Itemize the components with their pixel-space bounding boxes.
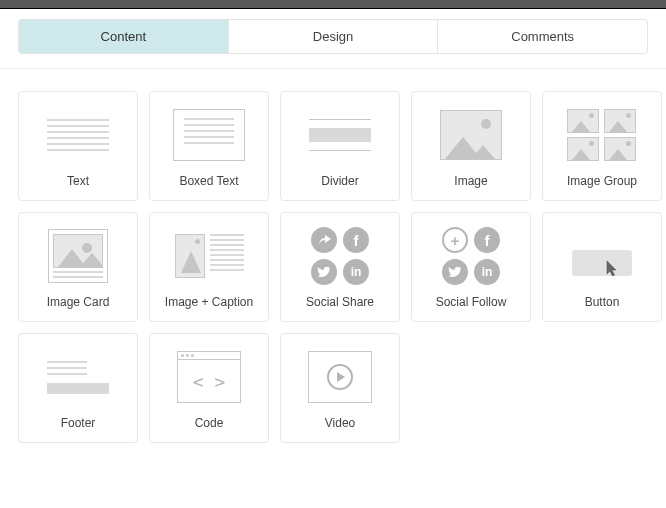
tab-content[interactable]: Content bbox=[18, 19, 229, 54]
twitter-icon bbox=[311, 259, 337, 285]
block-label: Video bbox=[325, 416, 355, 430]
block-image-card[interactable]: Image Card bbox=[18, 212, 138, 322]
block-label: Button bbox=[585, 295, 620, 309]
block-code[interactable]: < > Code bbox=[149, 333, 269, 443]
block-social-follow[interactable]: + f in Social Follow bbox=[411, 212, 531, 322]
share-arrow-icon bbox=[311, 227, 337, 253]
block-label: Image + Caption bbox=[165, 295, 253, 309]
facebook-icon: f bbox=[474, 227, 500, 253]
video-icon bbox=[300, 346, 380, 408]
block-text[interactable]: Text bbox=[18, 91, 138, 201]
text-icon bbox=[38, 104, 118, 166]
block-image-caption[interactable]: Image + Caption bbox=[149, 212, 269, 322]
block-footer[interactable]: Footer bbox=[18, 333, 138, 443]
cursor-icon bbox=[606, 260, 620, 278]
block-label: Image Card bbox=[47, 295, 110, 309]
window-topbar bbox=[0, 0, 666, 9]
block-label: Footer bbox=[61, 416, 96, 430]
block-label: Social Share bbox=[306, 295, 374, 309]
image-icon bbox=[431, 104, 511, 166]
play-icon bbox=[327, 364, 353, 390]
block-label: Code bbox=[195, 416, 224, 430]
block-label: Image Group bbox=[567, 174, 637, 188]
content-block-grid: Text Boxed Text Divider Image bbox=[0, 69, 666, 461]
block-image[interactable]: Image bbox=[411, 91, 531, 201]
facebook-icon: f bbox=[343, 227, 369, 253]
block-image-group[interactable]: Image Group bbox=[542, 91, 662, 201]
divider-icon bbox=[300, 104, 380, 166]
image-group-icon bbox=[562, 104, 642, 166]
button-icon bbox=[562, 225, 642, 287]
plus-icon: + bbox=[442, 227, 468, 253]
block-label: Divider bbox=[321, 174, 358, 188]
block-label: Boxed Text bbox=[179, 174, 238, 188]
tab-row: Content Design Comments bbox=[0, 9, 666, 54]
social-share-icon: f in bbox=[300, 225, 380, 287]
svg-marker-0 bbox=[181, 251, 201, 273]
block-button[interactable]: Button bbox=[542, 212, 662, 322]
linkedin-icon: in bbox=[474, 259, 500, 285]
code-icon: < > bbox=[169, 346, 249, 408]
block-label: Text bbox=[67, 174, 89, 188]
block-social-share[interactable]: f in Social Share bbox=[280, 212, 400, 322]
twitter-icon bbox=[442, 259, 468, 285]
block-boxed-text[interactable]: Boxed Text bbox=[149, 91, 269, 201]
tab-comments[interactable]: Comments bbox=[438, 19, 648, 54]
block-divider[interactable]: Divider bbox=[280, 91, 400, 201]
tab-design[interactable]: Design bbox=[229, 19, 439, 54]
block-label: Social Follow bbox=[436, 295, 507, 309]
social-follow-icon: + f in bbox=[431, 225, 511, 287]
boxed-text-icon bbox=[169, 104, 249, 166]
block-video[interactable]: Video bbox=[280, 333, 400, 443]
linkedin-icon: in bbox=[343, 259, 369, 285]
block-label: Image bbox=[454, 174, 487, 188]
image-caption-icon bbox=[169, 225, 249, 287]
footer-icon bbox=[38, 346, 118, 408]
image-card-icon bbox=[38, 225, 118, 287]
